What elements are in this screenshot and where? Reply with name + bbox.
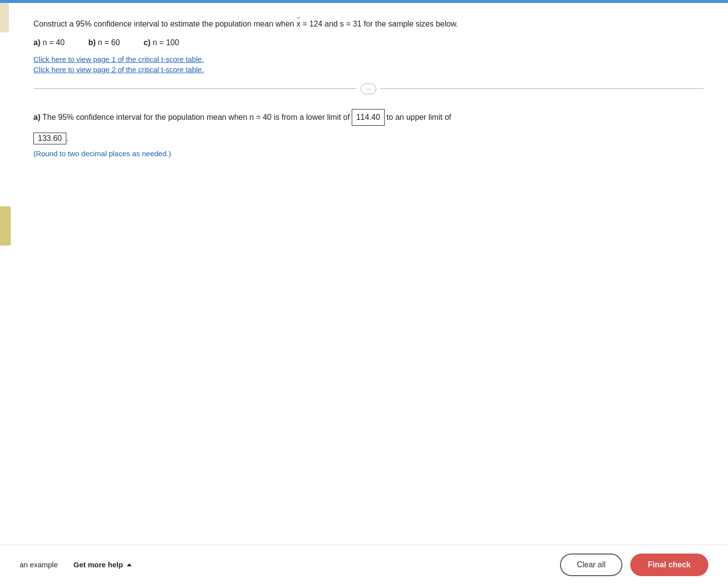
answer-line-a: a) The 95% confidence interval for the p… bbox=[33, 109, 672, 126]
bottom-left: an example Get more help bbox=[20, 560, 132, 569]
main-content: Construct a 95% confidence interval to e… bbox=[9, 3, 728, 172]
get-more-help-button[interactable]: Get more help bbox=[74, 560, 132, 569]
answer-part-label: a) bbox=[33, 111, 40, 125]
answer-text1: The 95% confidence interval for the popu… bbox=[42, 111, 350, 125]
example-link[interactable]: an example bbox=[20, 560, 58, 569]
left-panel-tab[interactable] bbox=[0, 206, 11, 246]
divider-dots[interactable]: ··· bbox=[361, 83, 376, 94]
answer-section: a) The 95% confidence interval for the p… bbox=[33, 109, 703, 158]
get-more-help-label: Get more help bbox=[74, 560, 123, 569]
xbar-symbol: x bbox=[296, 18, 300, 30]
divider-line-right bbox=[380, 88, 703, 89]
bottom-bar: an example Get more help Clear all Final… bbox=[0, 545, 728, 584]
question-text: Construct a 95% confidence interval to e… bbox=[33, 18, 672, 30]
divider-section: ··· bbox=[33, 83, 703, 94]
chevron-up-icon bbox=[127, 563, 132, 566]
t-score-link-2[interactable]: Click here to view page 2 of the critica… bbox=[33, 65, 703, 74]
question-text-part2: = 124 and s = 31 for the sample sizes be… bbox=[300, 20, 458, 28]
sample-size-b: b) n = 60 bbox=[88, 38, 120, 47]
sample-sizes: a) n = 40 b) n = 60 c) n = 100 bbox=[33, 38, 703, 47]
upper-limit-box[interactable]: 133.60 bbox=[33, 133, 66, 144]
sample-size-c: c) n = 100 bbox=[143, 38, 179, 47]
bottom-right: Clear all Final check bbox=[560, 554, 708, 576]
links-section: Click here to view page 1 of the critica… bbox=[33, 55, 703, 74]
sample-size-a: a) n = 40 bbox=[33, 38, 65, 47]
round-note: (Round to two decimal places as needed.) bbox=[33, 149, 703, 158]
period: . bbox=[66, 134, 68, 142]
answer-text2: to an upper limit of bbox=[387, 111, 451, 125]
clear-all-button[interactable]: Clear all bbox=[560, 554, 622, 576]
lower-limit-box[interactable]: 114.40 bbox=[352, 109, 385, 126]
final-check-button[interactable]: Final check bbox=[630, 554, 708, 576]
question-text-part1: Construct a 95% confidence interval to e… bbox=[33, 20, 296, 28]
left-sidebar-indicator bbox=[0, 3, 9, 32]
t-score-link-1[interactable]: Click here to view page 1 of the critica… bbox=[33, 55, 703, 63]
divider-line-left bbox=[33, 88, 357, 89]
